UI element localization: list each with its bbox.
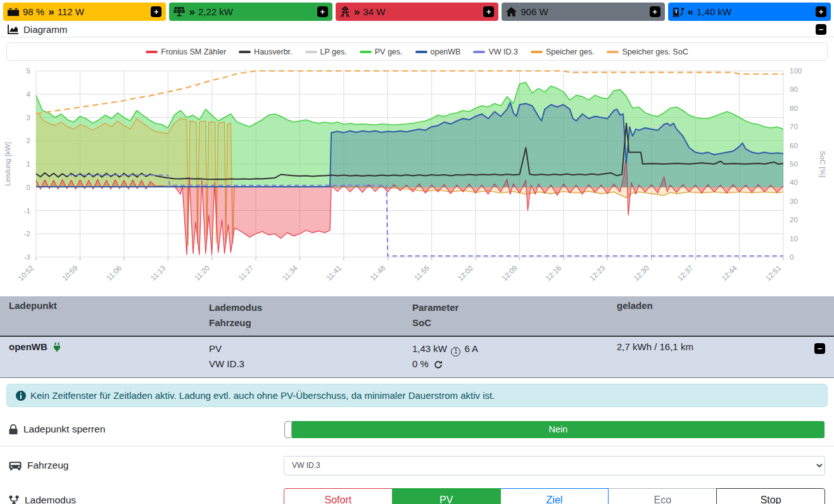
x-axis-tick: 12:30 (632, 264, 650, 282)
legend-item[interactable]: Speicher ges. (531, 47, 594, 56)
legend-label: Speicher ges. (546, 47, 594, 56)
x-axis-tick: 11:48 (369, 264, 386, 282)
charge-mode-label: Lademodus (25, 495, 76, 504)
battery-expand-button[interactable]: + (151, 6, 161, 17)
y-axis-tick-right: 70 (790, 123, 798, 130)
refresh-soc-icon[interactable] (434, 360, 443, 369)
y-axis-tick-left: 5 (27, 67, 30, 75)
mode-pv-button[interactable]: PV (392, 488, 501, 504)
legend-item[interactable]: LP ges. (305, 47, 347, 56)
charging-station-icon (673, 7, 684, 17)
x-axis-tick: 12:51 (764, 264, 783, 282)
pv-badge: » 2,22 kW + (169, 3, 332, 21)
chart-legend: Fronius SM Zähler Hausverbr. LP ges. PV … (6, 42, 828, 61)
y-axis-tick-left: 0 (27, 184, 30, 191)
charge-mode-icon (9, 495, 19, 504)
mode-eco-button[interactable]: Eco (608, 488, 717, 504)
legend-label: LP ges. (320, 47, 347, 56)
y-axis-title-left: Leistung [kW] (4, 142, 11, 186)
vehicle-select[interactable]: VW ID.3 (284, 456, 825, 476)
home-badge: 906 W + (502, 3, 664, 21)
x-axis-tick: 11:34 (281, 264, 300, 282)
lock-row: Ladepunkt sperren Nein (0, 413, 834, 446)
x-axis-tick: 10:52 (17, 264, 35, 282)
chargepoint-parameter: 1,43 kW 1 6 A (412, 341, 617, 356)
mode-stop-button[interactable]: Stop (716, 488, 825, 504)
x-axis-tick: 11:13 (149, 264, 167, 282)
parameter-soc-cell: 1,43 kW 1 6 A 0 % (412, 341, 617, 372)
y-axis-tick-left: 4 (27, 91, 31, 98)
mode-sofort-button[interactable]: Sofort (284, 488, 393, 504)
legend-swatch (360, 51, 372, 53)
y-axis-tick-right: 90 (790, 85, 798, 93)
chargepoint-badge: « 1,40 kW + (668, 3, 831, 21)
chargepoint-mode: PV (209, 341, 412, 356)
y-axis-tick-left: 2 (27, 137, 30, 144)
lock-toggle-handle[interactable] (284, 421, 292, 438)
power-chart: 543210-1-2-3100908070605040302010010:521… (0, 61, 834, 289)
y-axis-tick-right: 80 (790, 104, 798, 112)
diagram-title: Diagramm (23, 24, 67, 35)
x-axis-tick: 11:41 (325, 264, 343, 282)
legend-item[interactable]: VW ID.3 (473, 47, 518, 56)
lock-toggle[interactable]: Nein (284, 420, 825, 439)
legend-swatch (531, 51, 543, 53)
info-circle-icon (16, 391, 26, 401)
legend-item[interactable]: Hausverbr. (239, 47, 292, 56)
x-axis-tick: 12:44 (720, 264, 738, 282)
series-line-Speicher ges. SoC (36, 71, 783, 114)
col-geladen: geladen (617, 300, 834, 331)
info-alert: Kein Zeitfenster für Zeitladen aktiv. La… (6, 384, 828, 407)
legend-item[interactable]: PV ges. (360, 47, 403, 56)
chart-area-icon (8, 25, 18, 34)
mode-vehicle-cell: PV VW ID.3 (209, 341, 412, 372)
lock-toggle-value: Nein (292, 421, 825, 438)
legend-label: Speicher ges. SoC (622, 47, 688, 56)
row-collapse-button[interactable]: − (814, 343, 825, 354)
home-power-value: 906 W (521, 6, 548, 17)
y-axis-tick-right: 20 (790, 216, 798, 224)
vehicle-label-group: Fahrzeug (9, 460, 68, 471)
angle-double-right-icon: » (48, 6, 53, 18)
home-icon (506, 7, 517, 16)
col-parameter: Parameter (412, 300, 617, 315)
legend-swatch (473, 51, 485, 53)
pv-expand-button[interactable]: + (317, 6, 328, 17)
legend-label: openWB (431, 47, 461, 56)
col-ladepunkt: Ladepunkt (0, 300, 209, 331)
legend-item[interactable]: Fronius SM Zähler (146, 47, 226, 56)
y-axis-tick-right: 40 (790, 179, 798, 186)
x-axis-tick: 12:37 (676, 264, 695, 282)
charge-current: 6 A (464, 343, 478, 354)
y-axis-tick-left: 1 (27, 160, 30, 168)
vehicle-row: Fahrzeug VW ID.3 (0, 446, 834, 484)
chargepoint-expand-button[interactable]: + (816, 6, 826, 17)
chargepoint-row[interactable]: openWB PV VW ID.3 1,43 kW 1 6 A 0 % 2,7 … (0, 337, 834, 378)
x-axis-tick: 12:09 (500, 264, 519, 282)
plug-icon (53, 343, 61, 351)
legend-swatch (415, 51, 427, 53)
charge-mode-group: Sofort PV Ziel Eco Stop (284, 488, 825, 504)
grid-expand-button[interactable]: + (483, 6, 494, 17)
car-battery-icon (8, 8, 19, 16)
diagram-collapse-button[interactable]: − (816, 24, 826, 35)
legend-item[interactable]: Speicher ges. SoC (607, 47, 688, 56)
status-badge-bar: 98 % » 112 W + » 2,22 kW + » 34 W + 906 … (0, 0, 834, 23)
grid-badge: » 34 W + (336, 3, 498, 21)
y-axis-title-right: SoC [%] (819, 151, 826, 177)
charge-power: 1,43 kW (412, 343, 447, 354)
mode-ziel-button[interactable]: Ziel (500, 488, 609, 504)
y-axis-tick-left: -2 (24, 230, 30, 237)
angle-double-left-icon: « (688, 6, 693, 18)
chargepoint-table: Ladepunkt Lademodus Fahrzeug Parameter S… (0, 296, 834, 378)
y-axis-tick-left: -1 (24, 207, 30, 215)
legend-swatch (146, 51, 158, 53)
home-expand-button[interactable]: + (650, 6, 660, 17)
x-axis-tick: 10:59 (61, 264, 79, 282)
table-header: Ladepunkt Lademodus Fahrzeug Parameter S… (0, 296, 834, 337)
x-axis-tick: 11:06 (105, 264, 123, 282)
legend-item[interactable]: openWB (415, 47, 461, 56)
col-parameter-soc: Parameter SoC (412, 300, 617, 331)
battery-badge: 98 % » 112 W + (3, 3, 166, 21)
col-lademodus-fahrzeug: Lademodus Fahrzeug (209, 300, 412, 331)
